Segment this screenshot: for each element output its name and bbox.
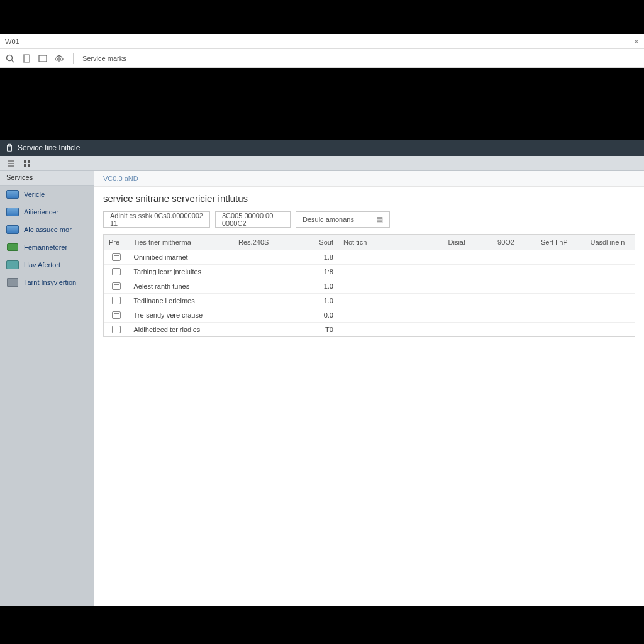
balance-icon[interactable]: [54, 53, 64, 64]
row-val: 1:8: [301, 265, 338, 279]
row-icon-cell: [104, 250, 128, 264]
table-row[interactable]: Tarhing lcorr jnreluites1:8: [104, 265, 635, 279]
sidebar-item-label: Tarnt Insyviertion: [24, 279, 76, 286]
row-90o2: [492, 250, 536, 264]
menu-icon: ▤: [376, 215, 383, 224]
row-name: Tarhing lcorr jnreluites: [128, 265, 233, 279]
filter-field-1[interactable]: Adinit cs ssbk 0Cs0.00000002 11: [103, 211, 210, 228]
row-uasdl: [585, 323, 635, 336]
svg-point-0: [7, 55, 13, 60]
col-90o2[interactable]: 90O2: [492, 235, 536, 250]
row-icon-cell: [104, 279, 128, 293]
row-disiat: [443, 323, 493, 336]
table-row[interactable]: Oniinibed imarnet1.8: [104, 250, 635, 265]
col-disiat[interactable]: Disiat: [443, 235, 493, 250]
grid-icon[interactable]: [23, 159, 31, 168]
sidebar-item-vericle[interactable]: Vericle: [0, 186, 94, 203]
table-row[interactable]: Tre-sendy vere crause0.0: [104, 308, 635, 323]
svg-point-6: [55, 58, 58, 60]
window-titlebar: W01 ×: [0, 34, 644, 49]
icon-strip: [0, 156, 644, 171]
sidebar-item-ale[interactable]: Ale assuce mor: [0, 221, 94, 238]
row-uasdl: [585, 265, 635, 279]
filter-text: 3C005 00000 00 0000C2: [222, 212, 284, 227]
row-90o2: [492, 308, 536, 322]
col-name[interactable]: Ties tner mitherma: [128, 235, 233, 250]
row-90o2: [492, 323, 536, 336]
row-res: [233, 323, 301, 336]
row-90o2: [492, 265, 536, 279]
main-toolbar: Service marks: [0, 49, 644, 68]
document-icon: [112, 311, 121, 319]
sidebar-item-label: Aitieriencer: [24, 208, 58, 216]
close-icon[interactable]: ×: [634, 36, 639, 47]
row-not: [338, 323, 443, 336]
filter-text: Desulc amonans: [303, 216, 354, 223]
row-not: [338, 279, 443, 293]
row-not: [338, 250, 443, 264]
window-icon[interactable]: [38, 53, 48, 64]
sidebar-item-aitieriencer[interactable]: Aitieriencer: [0, 203, 94, 221]
col-pre[interactable]: Pre: [104, 235, 128, 250]
col-not[interactable]: Not tich: [338, 235, 443, 250]
inspection-icon: [6, 277, 19, 287]
table-row[interactable]: Aelest ranth tunes1.0: [104, 279, 635, 294]
filter-field-2[interactable]: 3C005 00000 00 0000C2: [215, 211, 291, 228]
document-icon: [112, 297, 121, 304]
col-sout[interactable]: Sout: [301, 235, 338, 250]
col-sert[interactable]: Sert I nP: [536, 235, 586, 250]
svg-line-1: [12, 60, 14, 62]
row-icon-cell: [104, 265, 128, 279]
section-header: Service line Initicle: [0, 140, 644, 156]
table-row[interactable]: Aidihetleed ter rladiesT0: [104, 323, 635, 336]
sidebar-item-label: Ale assuce mor: [24, 226, 72, 233]
sidebar-item-femannetorer[interactable]: Femannetorer: [0, 238, 94, 256]
report-icon: [6, 260, 19, 270]
row-res: [233, 279, 301, 293]
row-not: [338, 265, 443, 279]
row-90o2: [492, 279, 536, 293]
row-name: Aelest ranth tunes: [128, 279, 233, 293]
book-icon[interactable]: [21, 53, 31, 64]
row-sert: [536, 265, 586, 279]
row-disiat: [443, 308, 493, 322]
search-icon[interactable]: [5, 53, 15, 64]
row-uasdl: [585, 308, 635, 322]
filter-bar: Adinit cs ssbk 0Cs0.00000002 11 3C005 00…: [94, 211, 644, 234]
row-not: [338, 308, 443, 322]
row-name: Oniinibed imarnet: [128, 250, 233, 264]
row-sert: [536, 323, 586, 336]
row-sert: [536, 250, 586, 264]
row-val: T0: [301, 323, 338, 336]
row-not: [338, 294, 443, 308]
row-uasdl: [585, 250, 635, 264]
main-panel: VC0.0 aND service snitrane servericier i…: [94, 171, 644, 606]
col-res[interactable]: Res.240S: [233, 235, 301, 250]
row-val: 1.8: [301, 250, 338, 264]
row-disiat: [443, 250, 493, 264]
toolbar-label: Service marks: [82, 55, 126, 62]
filter-field-3[interactable]: Desulc amonans ▤: [296, 211, 390, 228]
table-row[interactable]: Tedilnane l erleimes1.0: [104, 294, 635, 308]
database-icon: [6, 189, 19, 199]
row-name: Tedilnane l erleimes: [128, 294, 233, 308]
window-title: W01: [5, 38, 19, 45]
list-icon[interactable]: [6, 159, 15, 168]
row-sert: [536, 294, 586, 308]
data-table: Pre Ties tner mitherma Res.240S Sout Not…: [103, 234, 635, 337]
row-res: [233, 250, 301, 264]
row-icon-cell: [104, 294, 128, 308]
row-res: [233, 265, 301, 279]
svg-rect-16: [28, 164, 30, 167]
table-header: Pre Ties tner mitherma Res.240S Sout Not…: [104, 235, 635, 250]
row-val: 1.0: [301, 294, 338, 308]
row-icon-cell: [104, 308, 128, 322]
row-uasdl: [585, 294, 635, 308]
col-uasdl[interactable]: Uasdl ine n: [585, 235, 635, 250]
clipboard-icon: [5, 143, 14, 152]
sidebar-item-tarnt[interactable]: Tarnt Insyviertion: [0, 274, 94, 291]
svg-point-7: [60, 58, 63, 60]
sidebar-item-hav[interactable]: Hav Afertort: [0, 256, 94, 274]
document-icon: [112, 326, 121, 333]
svg-rect-15: [24, 164, 26, 167]
